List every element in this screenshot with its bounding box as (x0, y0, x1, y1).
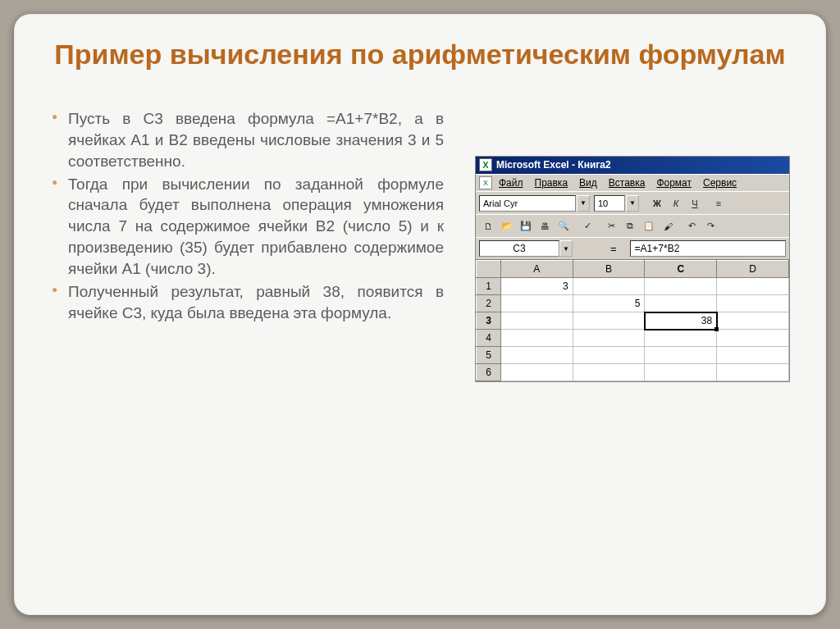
equals-label: = (576, 243, 630, 255)
cell-c3[interactable]: 38 (645, 312, 717, 330)
row-header[interactable]: 1 (477, 278, 501, 295)
formula-bar-row: C3 ▼ = =A1+7*B2 (476, 237, 789, 259)
cell-d5[interactable] (717, 347, 789, 364)
italic-button[interactable]: К (667, 194, 685, 212)
format-painter-icon[interactable]: 🖌 (659, 217, 677, 235)
column-header-c[interactable]: C (645, 261, 717, 278)
cell-b1[interactable] (573, 278, 645, 295)
grid-row: 5 (477, 347, 789, 364)
spell-icon[interactable]: ✓ (578, 217, 596, 235)
cell-c6[interactable] (645, 364, 717, 381)
grid-row: 1 3 (477, 278, 789, 295)
cell-d4[interactable] (717, 330, 789, 347)
save-icon[interactable]: 💾 (517, 217, 535, 235)
cell-c5[interactable] (645, 347, 717, 364)
font-name-select[interactable]: Arial Cyr (479, 195, 576, 212)
paste-icon[interactable]: 📋 (640, 217, 658, 235)
cut-icon[interactable]: ✂ (602, 217, 620, 235)
undo-icon[interactable]: ↶ (682, 217, 701, 235)
column-header-b[interactable]: B (573, 261, 645, 278)
cell-d6[interactable] (717, 364, 789, 381)
menu-file[interactable]: Файл (494, 176, 528, 189)
redo-icon[interactable]: ↷ (701, 217, 719, 235)
content-row: Пусть в C3 введена формула =A1+7*B2, а в… (50, 108, 790, 382)
cell-b2[interactable]: 5 (573, 295, 645, 312)
cell-a4[interactable] (500, 330, 573, 347)
bullet-item: Тогда при вычислении по заданной формуле… (68, 174, 444, 280)
document-icon: X (479, 176, 492, 189)
cell-b3[interactable] (573, 312, 645, 330)
cell-c1[interactable] (645, 278, 717, 295)
row-header[interactable]: 4 (477, 330, 501, 347)
cell-c2[interactable] (645, 295, 717, 312)
menu-format[interactable]: Формат (651, 176, 696, 189)
cell-b4[interactable] (573, 330, 645, 347)
cell-d1[interactable] (717, 278, 789, 295)
bullet-list: Пусть в C3 введена формула =A1+7*B2, а в… (50, 108, 444, 323)
bullet-item: Полученный результат, равный 38, появитс… (68, 281, 444, 324)
menu-view[interactable]: Вид (574, 176, 602, 189)
cell-a6[interactable] (500, 364, 573, 381)
spreadsheet-grid: A B C D 1 3 2 (476, 259, 789, 381)
print-icon[interactable]: 🖶 (536, 217, 554, 235)
cell-a2[interactable] (500, 295, 573, 312)
excel-app-icon: X (479, 158, 492, 171)
bold-button[interactable]: Ж (648, 194, 666, 212)
underline-button[interactable]: Ч (686, 194, 704, 212)
cell-b6[interactable] (573, 364, 645, 381)
row-header[interactable]: 6 (477, 364, 501, 381)
text-column: Пусть в C3 введена формула =A1+7*B2, а в… (50, 108, 444, 382)
slide: Пример вычисления по арифметическим форм… (14, 14, 826, 615)
cell-a1[interactable]: 3 (500, 278, 573, 295)
menu-insert[interactable]: Вставка (604, 176, 651, 189)
row-header[interactable]: 5 (477, 347, 501, 364)
align-button[interactable]: ≡ (710, 194, 728, 212)
open-icon[interactable]: 📂 (498, 217, 516, 235)
formula-input[interactable]: =A1+7*B2 (630, 240, 786, 257)
preview-icon[interactable]: 🔍 (555, 217, 573, 235)
grid-row: 3 38 (477, 312, 789, 330)
copy-icon[interactable]: ⧉ (621, 217, 639, 235)
column-header-d[interactable]: D (717, 261, 789, 278)
excel-column: X Microsoft Excel - Книга2 X Файл Правка… (462, 108, 790, 382)
grid-row: 2 5 (477, 295, 789, 312)
format-toolbar: Arial Cyr ▼ 10 ▼ Ж К Ч ≡ (476, 191, 789, 214)
name-box[interactable]: C3 (479, 240, 559, 257)
window-title: Microsoft Excel - Книга2 (496, 159, 611, 171)
grid-row: 4 (477, 330, 789, 347)
menu-edit[interactable]: Правка (530, 176, 573, 189)
grid-row: 6 (477, 364, 789, 381)
select-all-corner[interactable] (477, 261, 501, 278)
standard-toolbar: 🗋 📂 💾 🖶 🔍 ✓ ✂ ⧉ 📋 🖌 ↶ ↷ (476, 214, 789, 237)
titlebar: X Microsoft Excel - Книга2 (476, 157, 789, 174)
bullet-item: Пусть в C3 введена формула =A1+7*B2, а в… (68, 108, 444, 171)
font-name-dropdown-icon[interactable]: ▼ (577, 195, 590, 212)
cell-a5[interactable] (500, 347, 573, 364)
column-header-a[interactable]: A (500, 261, 573, 278)
cell-a3[interactable] (500, 312, 573, 330)
slide-title: Пример вычисления по арифметическим форм… (50, 39, 790, 71)
font-size-select[interactable]: 10 (594, 195, 625, 212)
menu-tools[interactable]: Сервис (698, 176, 742, 189)
cell-d3[interactable] (717, 312, 789, 330)
row-header[interactable]: 3 (477, 312, 501, 330)
cell-c4[interactable] (645, 330, 717, 347)
new-doc-icon[interactable]: 🗋 (479, 217, 497, 235)
font-size-dropdown-icon[interactable]: ▼ (626, 195, 639, 212)
cell-b5[interactable] (573, 347, 645, 364)
excel-window: X Microsoft Excel - Книга2 X Файл Правка… (475, 156, 790, 382)
menubar: X Файл Правка Вид Вставка Формат Сервис (476, 174, 789, 191)
name-box-dropdown-icon[interactable]: ▼ (559, 240, 573, 257)
cell-d2[interactable] (717, 295, 789, 312)
row-header[interactable]: 2 (477, 295, 501, 312)
